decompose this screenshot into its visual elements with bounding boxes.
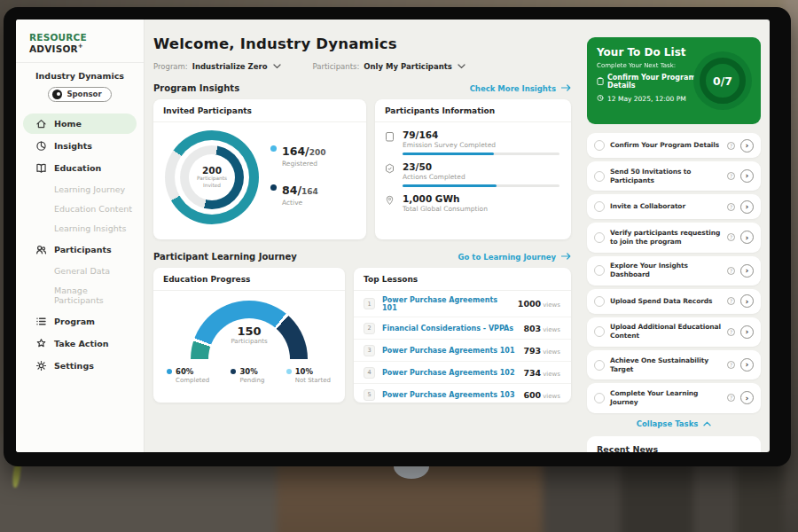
- chevron-right-icon[interactable]: [740, 264, 754, 278]
- sidebar-item-settings[interactable]: Settings: [23, 356, 137, 376]
- chevron-right-icon[interactable]: [740, 358, 754, 372]
- chevron-right-icon[interactable]: [740, 391, 754, 404]
- info-row-actions: 23/50 Actions Completed: [385, 161, 559, 187]
- donut-ring-inner: 200 ParticipantsInvited: [180, 145, 244, 209]
- sidebar-item-education[interactable]: Education: [23, 158, 137, 178]
- card-title: Invited Participants: [153, 99, 366, 122]
- participants-filter[interactable]: Participants: Only My Participants: [313, 62, 466, 71]
- main-content: Welcome, Industry Dynamics Program: Indu…: [145, 20, 582, 452]
- lesson-row[interactable]: 4 Power Purchase Agreements 102 734views: [354, 362, 571, 384]
- rank-badge: 1: [364, 298, 375, 309]
- checkbox[interactable]: [594, 326, 605, 337]
- sidebar-nav: Home Insights Education Learning Journey…: [16, 113, 144, 376]
- todo-item-verify-participants[interactable]: Verify participants requesting to join t…: [587, 223, 761, 252]
- chevron-right-icon[interactable]: [740, 169, 754, 183]
- collapse-tasks-link[interactable]: Collapse Tasks: [587, 419, 761, 428]
- todo-item-confirm-program[interactable]: Confirm Your Program Details: [587, 133, 761, 158]
- info-row-emission-survey: 79/164 Emission Survey Completed: [385, 129, 559, 155]
- recent-news-card: Recent News: [587, 436, 761, 453]
- sidebar-item-take-action[interactable]: Take Action: [23, 333, 137, 354]
- survey-icon: [385, 131, 395, 155]
- todo-summary-card: Your To Do List Complete Your Next Task:…: [587, 37, 761, 124]
- help-icon[interactable]: [727, 361, 735, 369]
- todo-item-complete-learning-journey[interactable]: Complete Your Learning Journey: [587, 383, 761, 412]
- legend-dot-completed: [167, 369, 172, 374]
- participants-information-card: Participants Information 79/164 Emission…: [375, 99, 571, 239]
- checkbox[interactable]: [594, 265, 605, 276]
- lesson-link[interactable]: Financial Considerations - VPPAs: [382, 325, 516, 332]
- sidebar-item-general-data[interactable]: General Data: [16, 262, 144, 280]
- sidebar-item-learning-journey[interactable]: Learning Journey: [16, 180, 144, 199]
- lesson-row[interactable]: 1 Power Purchase Agreements 101 1000view…: [354, 291, 571, 317]
- help-icon[interactable]: [727, 203, 735, 211]
- sidebar-item-program[interactable]: Program: [23, 311, 137, 332]
- help-icon[interactable]: [727, 172, 735, 180]
- checkbox[interactable]: [594, 232, 605, 243]
- checkbox[interactable]: [594, 360, 605, 371]
- todo-list: Confirm Your Program Details Send 50 Inv…: [587, 133, 761, 413]
- sidebar-item-home[interactable]: Home: [23, 113, 137, 134]
- checkbox[interactable]: [594, 171, 605, 182]
- lesson-row[interactable]: 5 Power Purchase Agreements 103 600views: [354, 384, 571, 405]
- progress-bar-fill: [403, 153, 494, 155]
- lesson-link[interactable]: Power Purchase Agreements 102: [382, 369, 516, 377]
- legend-dot-active: [270, 184, 277, 191]
- sidebar-item-education-content[interactable]: Education Content: [16, 200, 144, 218]
- progress-bar: [403, 184, 559, 187]
- todo-next-task[interactable]: Confirm Your Program Details: [597, 74, 705, 90]
- sidebar-item-insights[interactable]: Insights: [23, 136, 137, 156]
- chevron-right-icon[interactable]: [740, 231, 754, 244]
- chevron-down-icon: [458, 64, 466, 69]
- org-name: Industry Dynamics: [16, 71, 144, 81]
- todo-item-achieve-target[interactable]: Achieve One Sustainability Target: [587, 350, 761, 379]
- go-to-learning-journey-link[interactable]: Go to Learning Journey: [458, 253, 571, 262]
- checkbox[interactable]: [594, 140, 605, 151]
- checkbox[interactable]: [594, 296, 605, 307]
- rank-badge: 5: [364, 389, 375, 401]
- help-icon[interactable]: [727, 142, 735, 150]
- rank-badge: 3: [364, 345, 375, 356]
- lesson-row[interactable]: 3 Power Purchase Agreements 101 793views: [354, 340, 571, 362]
- help-icon[interactable]: [727, 297, 735, 305]
- arrow-right-icon: [561, 84, 571, 93]
- lesson-link[interactable]: Power Purchase Agreements 101: [382, 347, 516, 355]
- education-progress-card: Education Progress 150 Participants: [153, 268, 345, 403]
- check-more-insights-link[interactable]: Check More Insights: [470, 84, 571, 93]
- checkbox[interactable]: [594, 201, 605, 212]
- sponsor-badge[interactable]: Sponsor: [48, 87, 111, 102]
- sidebar-item-label: Education: [54, 163, 101, 173]
- chevron-up-icon: [703, 419, 711, 428]
- todo-item-upload-spend-data[interactable]: Upload Spend Data Records: [587, 289, 761, 314]
- lesson-link[interactable]: Power Purchase Agreements 101: [382, 296, 511, 312]
- sidebar-item-manage-participants[interactable]: Manage Participants: [16, 281, 144, 309]
- progress-bar-fill: [403, 184, 497, 187]
- todo-item-send-invitations[interactable]: Send 50 Invitations to Participants: [587, 161, 761, 191]
- todo-item-upload-educational-content[interactable]: Upload Additional Educational Content: [587, 317, 761, 347]
- chevron-right-icon[interactable]: [740, 200, 754, 214]
- help-icon[interactable]: [727, 394, 735, 402]
- legend-pending: 30% Pending: [231, 367, 264, 384]
- sidebar-item-learning-insights[interactable]: Learning Insights: [16, 219, 144, 238]
- checkbox[interactable]: [594, 393, 605, 403]
- legend-dot-registered: [270, 145, 277, 152]
- actions-icon: [385, 163, 395, 187]
- program-filter[interactable]: Program: Industrialize Zero: [153, 62, 281, 71]
- chevron-right-icon[interactable]: [740, 325, 754, 339]
- help-icon[interactable]: [727, 233, 735, 241]
- location-pin-icon: [385, 195, 395, 216]
- lesson-row[interactable]: 2 Financial Considerations - VPPAs 803vi…: [354, 317, 571, 340]
- chevron-right-icon[interactable]: [740, 294, 754, 308]
- legend-active: 84/164 Active: [270, 181, 325, 207]
- sidebar-item-participants[interactable]: Participants: [23, 239, 137, 260]
- card-title: Education Progress: [153, 268, 345, 291]
- section-title-learning-journey: Participant Learning Journey: [153, 252, 297, 262]
- help-icon[interactable]: [727, 267, 735, 275]
- chevron-right-icon[interactable]: [740, 139, 754, 153]
- app-logo[interactable]: RESOURCE ADVISOR+: [16, 30, 144, 62]
- recent-news-title: Recent News: [597, 444, 751, 453]
- todo-item-invite-collaborator[interactable]: Invite a Collaborator: [587, 194, 761, 219]
- people-icon: [35, 244, 47, 255]
- todo-item-explore-insights[interactable]: Explore Your Insights Dashboard: [587, 256, 761, 286]
- help-icon[interactable]: [727, 328, 735, 336]
- lesson-link[interactable]: Power Purchase Agreements 103: [382, 391, 516, 399]
